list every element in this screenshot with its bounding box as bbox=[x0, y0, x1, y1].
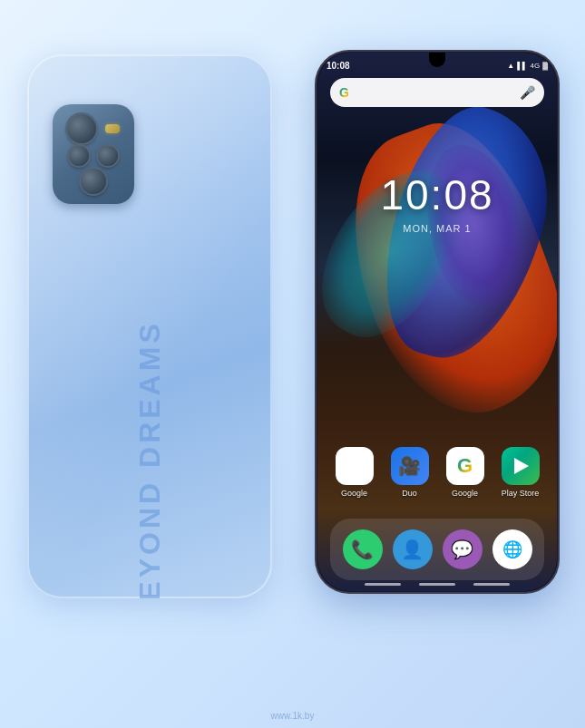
chrome-icon: 🌐 bbox=[502, 539, 522, 559]
main-camera-lens bbox=[67, 114, 96, 143]
signal-icon: ▌▌ bbox=[517, 62, 527, 70]
google-search-bar[interactable]: G 🎤 bbox=[330, 78, 544, 107]
app-google-g[interactable]: G Google bbox=[442, 447, 489, 498]
navigation-bar bbox=[317, 577, 557, 591]
app-google-cluster[interactable]: Google bbox=[331, 447, 378, 498]
nav-home-indicator bbox=[419, 583, 455, 586]
google-logo: G bbox=[339, 85, 349, 100]
app-label-play-store: Play Store bbox=[502, 489, 540, 498]
wallpaper bbox=[317, 53, 557, 591]
clock-area: 10:08 MON, MAR 1 bbox=[317, 170, 557, 234]
scene: BEYOND DREAMS 10:08 ▲ bbox=[0, 0, 585, 728]
camera-lens-row-3 bbox=[81, 169, 106, 194]
messages-icon: 💬 bbox=[451, 539, 473, 560]
status-bar: 10:08 ▲ ▌▌ 4G ▓ bbox=[317, 53, 557, 74]
bottom-dock: 📞 👤 💬 🌐 bbox=[330, 519, 544, 580]
clock-date: MON, MAR 1 bbox=[317, 223, 557, 234]
phone-tagline: BEYOND DREAMS bbox=[133, 320, 167, 598]
secondary-camera-lens bbox=[69, 146, 89, 166]
status-icons: ▲ ▌▌ 4G ▓ bbox=[507, 62, 548, 70]
duo-icon: 🎥 bbox=[391, 447, 429, 485]
dock-phone-button[interactable]: 📞 bbox=[343, 529, 383, 569]
play-triangle-icon bbox=[511, 456, 531, 476]
camera-module bbox=[53, 104, 134, 204]
phone-icon: 📞 bbox=[351, 539, 374, 560]
depth-camera-lens bbox=[81, 169, 106, 194]
mic-icon[interactable]: 🎤 bbox=[520, 85, 535, 100]
app-label-google-g: Google bbox=[452, 489, 478, 498]
wifi-icon: ▲ bbox=[507, 62, 514, 70]
play-store-icon bbox=[502, 447, 540, 485]
tertiary-camera-lens bbox=[98, 146, 118, 166]
app-play-store[interactable]: Play Store bbox=[497, 447, 544, 498]
camera-lens-row-2 bbox=[69, 146, 118, 166]
google-g-icon: G bbox=[446, 447, 484, 485]
app-row-1: Google 🎥 Duo G bbox=[327, 447, 548, 498]
google-cluster-icon bbox=[336, 447, 374, 485]
phone-back: BEYOND DREAMS bbox=[27, 54, 272, 598]
watermark: www.1k.by bbox=[271, 711, 315, 721]
contacts-icon: 👤 bbox=[401, 539, 424, 560]
dock-chrome-button[interactable]: 🌐 bbox=[492, 529, 532, 569]
nav-back-indicator bbox=[365, 583, 401, 586]
camera-lens-row-1 bbox=[67, 114, 120, 143]
phone-screen: 10:08 ▲ ▌▌ 4G ▓ G 🎤 10:08 MON, MA bbox=[317, 53, 557, 591]
dock-messages-button[interactable]: 💬 bbox=[443, 529, 483, 569]
dock-contacts-button[interactable]: 👤 bbox=[393, 529, 433, 569]
app-duo[interactable]: 🎥 Duo bbox=[386, 447, 434, 498]
battery-icon: ▓ bbox=[542, 62, 548, 70]
app-label-duo: Duo bbox=[402, 489, 417, 498]
clock-time: 10:08 bbox=[317, 170, 557, 219]
app-grid: Google 🎥 Duo G bbox=[317, 447, 557, 505]
status-time: 10:08 bbox=[327, 61, 350, 71]
duo-camera-symbol: 🎥 bbox=[398, 455, 421, 477]
phone-front: 10:08 ▲ ▌▌ 4G ▓ G 🎤 10:08 MON, MA bbox=[315, 50, 560, 594]
camera-flash bbox=[105, 124, 120, 133]
app-label-google: Google bbox=[341, 489, 367, 498]
phone-screen-frame: 10:08 ▲ ▌▌ 4G ▓ G 🎤 10:08 MON, MA bbox=[317, 53, 557, 591]
network-icon: 4G bbox=[530, 62, 540, 70]
nav-recents-indicator bbox=[473, 583, 510, 586]
google-letter-icon: G bbox=[457, 454, 473, 478]
svg-marker-0 bbox=[514, 458, 529, 474]
